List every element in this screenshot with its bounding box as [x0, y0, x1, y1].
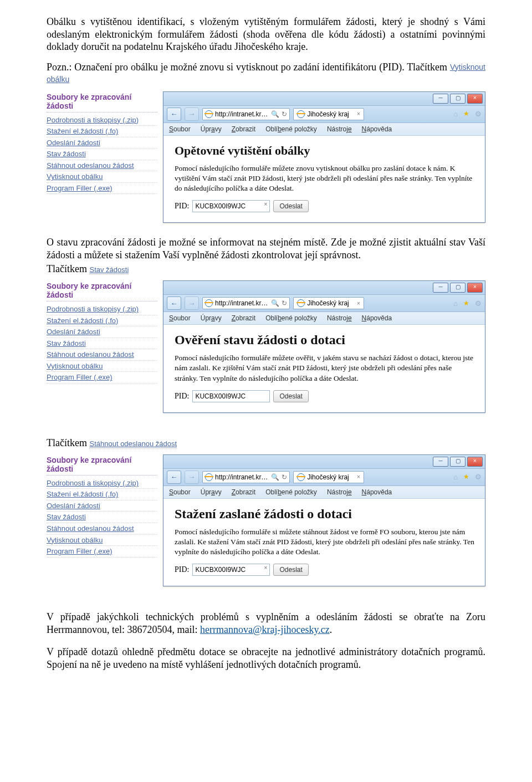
- forward-button[interactable]: →: [185, 108, 199, 121]
- pid-input[interactable]: [192, 564, 270, 576]
- forward-button[interactable]: →: [185, 471, 199, 484]
- sidebar-item[interactable]: Stažení el.žádosti (.fo): [47, 126, 157, 137]
- settings-icon[interactable]: ⚙: [475, 110, 482, 118]
- tab-close-icon[interactable]: ×: [357, 300, 360, 306]
- pid-input[interactable]: [192, 200, 270, 212]
- pid-input[interactable]: [192, 390, 270, 402]
- menu-edit[interactable]: Úpravy: [201, 125, 222, 133]
- address-bar[interactable]: http://intranet.kr… 🔍 ↻: [202, 471, 290, 483]
- maximize-button[interactable]: ▢: [450, 457, 466, 467]
- sidebar-item[interactable]: Vytisknout obálku: [47, 171, 157, 183]
- mid-paragraph: O stavu zpracování žádosti je možné se i…: [47, 236, 485, 261]
- sidebar-item[interactable]: Stav žádosti: [47, 149, 157, 160]
- browser-tab[interactable]: Jihočeský kraj ×: [293, 108, 364, 120]
- menu-view[interactable]: Zobrazit: [232, 488, 255, 496]
- menu-file[interactable]: Soubor: [169, 314, 191, 322]
- menu-tools[interactable]: Nástroje: [327, 125, 352, 133]
- refresh-icon[interactable]: ↻: [282, 110, 287, 118]
- sidebar-item[interactable]: Stažení el.žádosti (.fo): [47, 489, 157, 500]
- forward-button[interactable]: →: [185, 297, 199, 310]
- menu-favorites[interactable]: Oblíbené položky: [265, 125, 317, 133]
- menu-help[interactable]: Nápověda: [362, 488, 392, 496]
- back-button[interactable]: ←: [167, 108, 181, 121]
- browser-tab[interactable]: Jihočeský kraj ×: [293, 471, 364, 483]
- sidebar-item[interactable]: Odeslání žádosti: [47, 137, 157, 149]
- minimize-button[interactable]: ─: [433, 94, 448, 104]
- menu-view[interactable]: Zobrazit: [232, 125, 255, 133]
- home-icon[interactable]: ⌂: [453, 299, 458, 308]
- email-link[interactable]: herrmannova@kraj-jihocesky.cz: [200, 624, 330, 635]
- home-icon[interactable]: ⌂: [453, 473, 458, 481]
- download-sent-link[interactable]: Stáhnout odeslanou žádost: [89, 439, 177, 449]
- sidebar-item[interactable]: Vytisknout obálku: [47, 535, 157, 546]
- favorites-icon[interactable]: ★: [463, 110, 469, 118]
- sidebar-item[interactable]: Odeslání žádosti: [47, 500, 157, 512]
- search-icon[interactable]: 🔍: [271, 299, 279, 307]
- menu-help[interactable]: Nápověda: [362, 314, 392, 322]
- ie-icon: [205, 299, 213, 307]
- home-icon[interactable]: ⌂: [453, 110, 458, 118]
- favorites-icon[interactable]: ★: [463, 299, 469, 308]
- settings-icon[interactable]: ⚙: [475, 473, 482, 481]
- sidebar-item[interactable]: Stav žádosti: [47, 338, 157, 350]
- menu-edit[interactable]: Úpravy: [201, 314, 222, 322]
- favorites-icon[interactable]: ★: [463, 473, 469, 481]
- sidebar-item[interactable]: Podrobnosti a tiskopisy (.zip): [47, 478, 157, 489]
- sidebar-title: Soubory ke zpracování žádosti: [47, 454, 157, 476]
- close-button[interactable]: ×: [467, 94, 483, 104]
- page-content: Opětovné vytištění obálky Pomocí následu…: [163, 136, 485, 223]
- refresh-icon[interactable]: ↻: [282, 299, 287, 307]
- navbar: ← → http://intranet.kr… 🔍 ↻ Jihočeský kr…: [163, 106, 485, 123]
- sidebar-item[interactable]: Stáhnout odeslanou žádost: [47, 523, 157, 535]
- submit-button[interactable]: Odeslat: [273, 200, 308, 212]
- close-button[interactable]: ×: [467, 283, 483, 293]
- menu-favorites[interactable]: Oblíbené položky: [265, 488, 317, 496]
- sidebar-item[interactable]: Stáhnout odeslanou žádost: [47, 349, 157, 361]
- browser-tab[interactable]: Jihočeský kraj ×: [293, 297, 364, 309]
- sidebar-3: Soubory ke zpracování žádosti Podrobnost…: [47, 454, 157, 587]
- submit-button[interactable]: Odeslat: [273, 564, 308, 576]
- sidebar-item[interactable]: Odeslání žádosti: [47, 326, 157, 338]
- maximize-button[interactable]: ▢: [450, 283, 466, 293]
- sidebar-item[interactable]: Stažení el.žádosti (.fo): [47, 315, 157, 327]
- maximize-button[interactable]: ▢: [450, 94, 466, 104]
- tab-close-icon[interactable]: ×: [357, 111, 360, 117]
- refresh-icon[interactable]: ↻: [282, 473, 287, 481]
- menu-tools[interactable]: Nástroje: [327, 488, 352, 496]
- menu-file[interactable]: Soubor: [169, 488, 191, 496]
- address-bar[interactable]: http://intranet.kr… 🔍 ↻: [202, 297, 290, 309]
- sidebar-item[interactable]: Program Filler (.exe): [47, 546, 157, 558]
- sidebar-item[interactable]: Stav žádosti: [47, 512, 157, 523]
- address-bar[interactable]: http://intranet.kr… 🔍 ↻: [202, 108, 290, 120]
- tab-close-icon[interactable]: ×: [357, 474, 360, 480]
- search-icon[interactable]: 🔍: [271, 110, 279, 118]
- close-button[interactable]: ×: [467, 457, 483, 467]
- menu-edit[interactable]: Úpravy: [201, 488, 222, 496]
- content-desc: Pomocí následujícího formuláře můžete ov…: [175, 353, 475, 384]
- sidebar-1: Soubory ke zpracování žádosti Podrobnost…: [47, 91, 157, 223]
- sidebar-item[interactable]: Stáhnout odeslanou žádost: [47, 160, 157, 172]
- submit-button[interactable]: Odeslat: [273, 390, 308, 402]
- back-button[interactable]: ←: [167, 471, 181, 484]
- sidebar-item[interactable]: Podrobnosti a tiskopisy (.zip): [47, 115, 157, 126]
- minimize-button[interactable]: ─: [433, 457, 448, 467]
- sidebar-item[interactable]: Podrobnosti a tiskopisy (.zip): [47, 304, 157, 315]
- search-icon[interactable]: 🔍: [271, 473, 279, 481]
- page-content: Stažení zaslané žádosti o dotaci Pomocí …: [163, 499, 485, 586]
- sidebar-item[interactable]: Program Filler (.exe): [47, 372, 157, 384]
- menu-file[interactable]: Soubor: [169, 125, 191, 133]
- titlebar: ─ ▢ ×: [163, 281, 485, 295]
- menu-view[interactable]: Zobrazit: [232, 314, 255, 322]
- settings-icon[interactable]: ⚙: [475, 299, 482, 308]
- clear-input-icon[interactable]: ×: [264, 201, 268, 207]
- status-link[interactable]: Stav žádosti: [89, 265, 129, 275]
- sidebar-item[interactable]: Vytisknout obálku: [47, 361, 157, 372]
- minimize-button[interactable]: ─: [433, 283, 448, 293]
- menu-tools[interactable]: Nástroje: [327, 314, 352, 322]
- menu-help[interactable]: Nápověda: [362, 125, 392, 133]
- menu-favorites[interactable]: Oblíbené položky: [265, 314, 317, 322]
- back-button[interactable]: ←: [167, 297, 181, 310]
- sidebar-item[interactable]: Program Filler (.exe): [47, 183, 157, 195]
- clear-input-icon[interactable]: ×: [264, 565, 268, 571]
- content-desc: Pomocí následujícího formuláře můžete zn…: [175, 163, 475, 194]
